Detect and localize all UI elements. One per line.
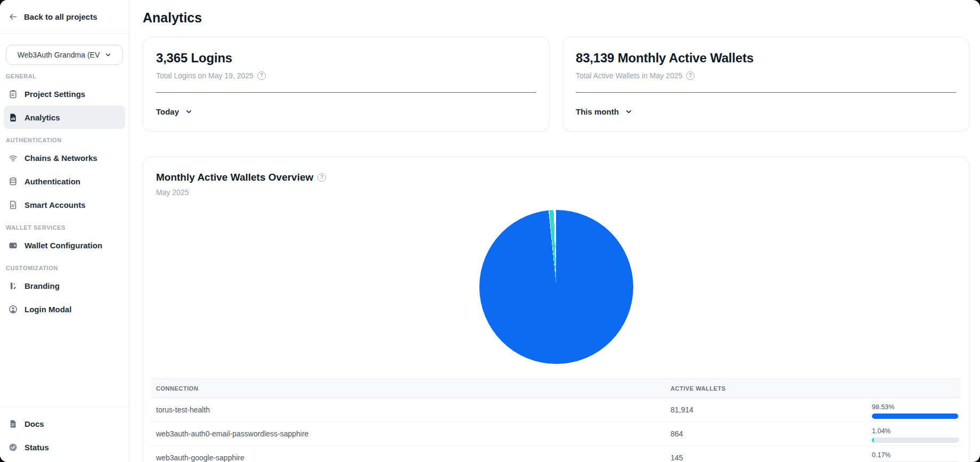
- connection-name: torus-test-health: [152, 406, 666, 414]
- maw-value: 83,139 Monthly Active Wallets: [576, 51, 956, 66]
- logins-stat-card: 3,365 Logins Total Logins on May 19, 202…: [143, 37, 550, 132]
- logins-subtitle: Total Logins on May 19, 2025: [156, 71, 254, 80]
- section-label-wallet-services: WALLET SERVICES: [6, 224, 120, 231]
- table-row: web3auth-google-sapphire 145 0.17%: [152, 446, 960, 462]
- back-link-label: Back to all projects: [24, 12, 97, 21]
- maw-subtitle-row: Total Active Wallets in May 2025 ?: [576, 71, 956, 80]
- sidebar-item-label: Login Modal: [24, 305, 71, 314]
- percent-cell: 1.04%: [872, 425, 960, 443]
- branding-brush-icon: [9, 281, 18, 290]
- column-header-active-wallets: ACTIVE WALLETS: [666, 385, 872, 392]
- pie-chart-area: [143, 210, 969, 364]
- percent-bar-fill: [872, 414, 958, 419]
- sidebar-item-label: Branding: [24, 281, 60, 290]
- help-icon[interactable]: ?: [257, 71, 266, 80]
- percent-bar-track: [872, 414, 959, 419]
- percent-bar-track: [872, 437, 959, 443]
- sidebar-item-smart-accounts[interactable]: Smart Accounts: [4, 193, 125, 216]
- percent-bar-fill: [872, 437, 874, 443]
- maw-range-dropdown[interactable]: This month: [576, 107, 632, 116]
- sidebar-item-label: Docs: [24, 419, 44, 428]
- chart-title: Monthly Active Wallets Overview: [156, 172, 313, 183]
- help-icon[interactable]: ?: [317, 173, 326, 182]
- sidebar-item-label: Analytics: [24, 113, 60, 122]
- wifi-icon: [9, 153, 18, 163]
- sidebar-item-label: Wallet Configuration: [24, 241, 102, 250]
- sidebar-item-project-settings[interactable]: Project Settings: [4, 82, 125, 106]
- sidebar-footer: Docs Status: [0, 407, 129, 462]
- range-label: Today: [156, 107, 179, 116]
- sidebar-item-docs[interactable]: Docs: [4, 412, 125, 435]
- sidebar-item-label: Chains & Networks: [24, 153, 97, 163]
- active-wallets-value: 81,914: [666, 406, 872, 414]
- table-header-row: CONNECTION ACTIVE WALLETS: [152, 378, 960, 398]
- percent-cell: 0.17%: [872, 449, 960, 462]
- logins-range-dropdown[interactable]: Today: [156, 107, 192, 116]
- logins-subtitle-row: Total Logins on May 19, 2025 ?: [156, 71, 536, 80]
- table-row: web3auth-auth0-email-passwordless-sapphi…: [152, 422, 960, 446]
- back-arrow-icon: [9, 12, 18, 21]
- wallets-overview-card: Monthly Active Wallets Overview ? May 20…: [143, 157, 969, 462]
- sidebar-item-authentication[interactable]: Authentication: [4, 169, 125, 193]
- maw-subtitle: Total Active Wallets in May 2025: [576, 71, 682, 80]
- chevron-down-icon: [185, 108, 192, 115]
- sidebar-item-wallet-configuration[interactable]: Wallet Configuration: [4, 233, 125, 257]
- connections-table: CONNECTION ACTIVE WALLETS torus-test-hea…: [152, 378, 960, 462]
- check-circle-icon: [9, 443, 18, 452]
- section-label-authentication: AUTHENTICATION: [6, 137, 120, 143]
- sidebar-item-label: Smart Accounts: [24, 200, 85, 209]
- card-divider: [156, 92, 536, 93]
- connection-name: web3auth-google-sapphire: [152, 453, 666, 462]
- sidebar-item-status[interactable]: Status: [4, 435, 125, 459]
- document-icon: [9, 200, 18, 209]
- chevron-down-icon: [625, 108, 632, 115]
- maw-stat-card: 83,139 Monthly Active Wallets Total Acti…: [562, 37, 969, 132]
- analytics-chart-icon: [9, 113, 18, 122]
- sidebar-item-login-modal[interactable]: Login Modal: [4, 297, 125, 321]
- active-wallets-value: 864: [666, 429, 872, 438]
- user-circle-icon: [9, 305, 18, 314]
- page-title: Analytics: [143, 10, 969, 26]
- table-row: torus-test-health 81,914 98.53%: [152, 398, 960, 422]
- sidebar-item-label: Status: [24, 443, 49, 452]
- range-label: This month: [576, 107, 619, 116]
- sidebar-item-branding[interactable]: Branding: [4, 274, 125, 297]
- sidebar-item-chains-networks[interactable]: Chains & Networks: [4, 146, 125, 169]
- percent-label: 1.04%: [872, 427, 960, 435]
- sidebar: Back to all projects Web3Auth Grandma (E…: [0, 0, 129, 462]
- chart-title-row: Monthly Active Wallets Overview ?: [156, 172, 956, 183]
- chart-subtitle: May 2025: [156, 188, 956, 197]
- percent-label: 98.53%: [872, 403, 960, 411]
- docs-icon: [9, 419, 18, 428]
- sidebar-item-label: Project Settings: [24, 90, 85, 99]
- active-wallets-value: 145: [666, 453, 872, 462]
- project-selector-value: Web3Auth Grandma (EV: [18, 51, 100, 59]
- chevron-down-icon: [105, 52, 111, 58]
- wallet-icon: [9, 241, 18, 250]
- section-label-general: GENERAL: [6, 73, 120, 79]
- database-icon: [9, 177, 18, 186]
- main-content: Analytics 3,365 Logins Total Logins on M…: [129, 0, 980, 462]
- help-icon[interactable]: ?: [686, 71, 695, 80]
- sidebar-item-analytics[interactable]: Analytics: [4, 106, 125, 129]
- card-divider: [576, 92, 956, 93]
- sidebar-item-label: Authentication: [24, 177, 80, 186]
- chart-card-header: Monthly Active Wallets Overview ? May 20…: [143, 157, 969, 197]
- back-to-projects-link[interactable]: Back to all projects: [0, 0, 129, 34]
- percent-cell: 98.53%: [872, 401, 960, 419]
- app-window: Back to all projects Web3Auth Grandma (E…: [0, 0, 980, 462]
- pie-chart[interactable]: [479, 210, 633, 364]
- project-selector-dropdown[interactable]: Web3Auth Grandma (EV: [6, 45, 123, 65]
- clipboard-icon: [9, 90, 18, 99]
- percent-label: 0.17%: [872, 451, 960, 459]
- column-header-connection: CONNECTION: [152, 385, 666, 392]
- stat-cards-row: 3,365 Logins Total Logins on May 19, 202…: [143, 37, 969, 132]
- connection-name: web3auth-auth0-email-passwordless-sapphi…: [152, 429, 666, 438]
- logins-value: 3,365 Logins: [156, 51, 536, 66]
- section-label-customization: CUSTOMIZATION: [6, 265, 120, 271]
